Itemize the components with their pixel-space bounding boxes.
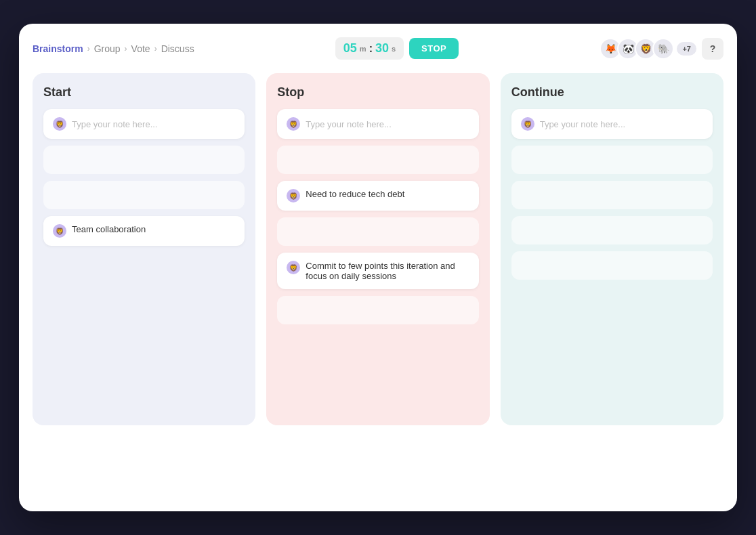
start-input-placeholder: Type your note here...: [72, 119, 235, 129]
timer-seconds-label: s: [392, 45, 396, 53]
stop-note-commit-avatar: 🦁: [287, 261, 300, 274]
start-note-input[interactable]: 🦁 Type your note here...: [43, 109, 245, 139]
columns-grid: Start 🦁 Type your note here... 🦁 Team co…: [33, 73, 723, 425]
continue-empty-4: [511, 251, 713, 280]
start-empty-1: [43, 146, 245, 174]
stop-note-input[interactable]: 🦁 Type your note here...: [277, 109, 478, 139]
avatars-group: 🦊 🐼 🦁 🐘 +7: [600, 38, 696, 60]
start-empty-2: [43, 181, 245, 209]
breadcrumb-group[interactable]: Group: [94, 43, 121, 54]
stop-input-placeholder: Type your note here...: [306, 119, 469, 129]
avatar-count: +7: [677, 42, 696, 56]
continue-empty-1: [511, 146, 713, 174]
timer-seconds: 30: [375, 41, 389, 56]
breadcrumb-vote[interactable]: Vote: [131, 43, 150, 54]
breadcrumb-brainstorm[interactable]: Brainstorm: [33, 43, 83, 54]
column-stop: Stop 🦁 Type your note here... 🦁 Need to …: [266, 73, 489, 425]
continue-empty-2: [511, 181, 713, 209]
continue-empty-3: [511, 216, 713, 244]
start-input-avatar: 🦁: [53, 117, 66, 131]
breadcrumb-sep-1: ›: [87, 44, 90, 53]
stop-empty-2: [277, 217, 478, 246]
header: Brainstorm › Group › Vote › Discuss 05m …: [33, 37, 723, 60]
header-right: 🦊 🐼 🦁 🐘 +7 ?: [600, 38, 723, 60]
stop-button[interactable]: STOP: [409, 38, 459, 59]
stop-note-commit[interactable]: 🦁 Commit to few points this iteration an…: [277, 253, 478, 289]
stop-note-tech-text: Need to reduce tech debt: [306, 189, 404, 199]
continue-input-avatar: 🦁: [521, 117, 534, 131]
timer-colon: :: [369, 43, 373, 55]
stop-note-tech[interactable]: 🦁 Need to reduce tech debt: [277, 181, 478, 211]
timer-display: 05m : 30s: [335, 37, 404, 60]
timer-minutes-label: m: [360, 45, 366, 53]
stop-empty-3: [277, 296, 478, 324]
continue-input-placeholder: Type your note here...: [540, 119, 703, 129]
help-button[interactable]: ?: [702, 38, 723, 60]
stop-note-tech-avatar: 🦁: [287, 189, 300, 202]
breadcrumb-discuss[interactable]: Discuss: [161, 43, 194, 54]
continue-note-input[interactable]: 🦁 Type your note here...: [511, 109, 713, 139]
column-stop-title: Stop: [277, 85, 478, 100]
column-continue: Continue 🦁 Type your note here...: [501, 73, 723, 425]
column-start: Start 🦁 Type your note here... 🦁 Team co…: [33, 73, 255, 425]
stop-note-commit-text: Commit to few points this iteration and …: [306, 261, 469, 281]
column-continue-title: Continue: [511, 85, 713, 100]
avatar-4: 🐘: [652, 38, 674, 60]
app-container: Brainstorm › Group › Vote › Discuss 05m …: [19, 24, 737, 511]
timer-section: 05m : 30s STOP: [335, 37, 459, 60]
stop-input-avatar: 🦁: [287, 117, 300, 131]
breadcrumb: Brainstorm › Group › Vote › Discuss: [33, 43, 194, 54]
timer-minutes: 05: [343, 41, 357, 56]
start-note-team[interactable]: 🦁 Team collaboration: [43, 216, 245, 246]
stop-empty-1: [277, 146, 478, 174]
columns-wrapper: Start 🦁 Type your note here... 🦁 Team co…: [33, 73, 723, 425]
start-note-text: Team collaboration: [72, 224, 146, 234]
breadcrumb-sep-3: ›: [154, 44, 157, 53]
start-note-avatar: 🦁: [53, 224, 66, 238]
column-start-title: Start: [43, 85, 245, 100]
breadcrumb-sep-2: ›: [125, 44, 127, 53]
